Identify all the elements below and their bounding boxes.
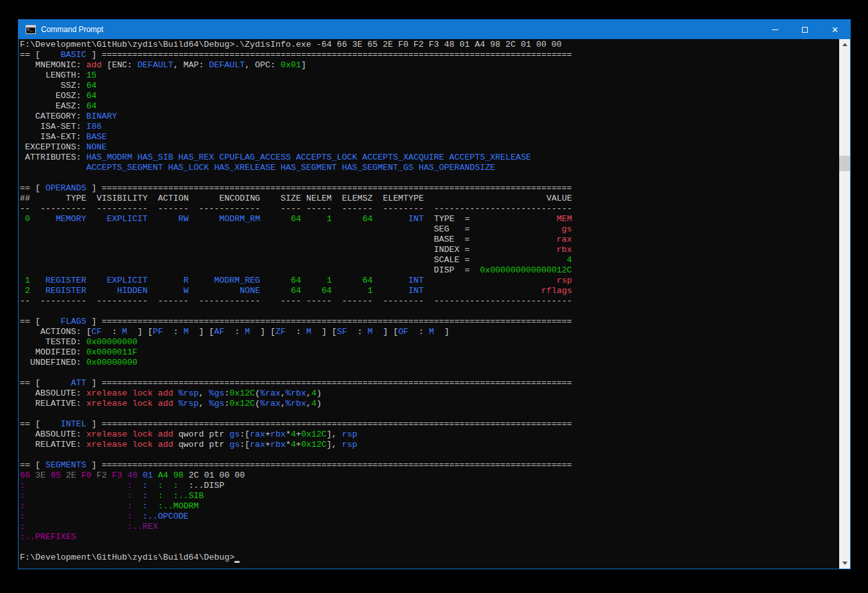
terminal-line: ATTRIBUTES: HAS_MODRM HAS_SIB HAS_REX CP…	[20, 153, 572, 163]
terminal-line	[20, 368, 572, 378]
terminal-line: RELATIVE: xrelease lock add qword ptr gs…	[20, 440, 572, 450]
console[interactable]: F:\Development\GitHub\zydis\Build64\Debu…	[19, 39, 850, 569]
terminal-line: BASE = rax	[20, 235, 572, 245]
terminal-line: : : :..OPCODE	[20, 512, 572, 522]
scroll-down-button[interactable]	[839, 558, 850, 569]
window-controls: ✕	[760, 20, 850, 39]
terminal-line: INDEX = rbx	[20, 245, 572, 255]
terminal-line: == [ SEGMENTS ] ========================…	[20, 460, 572, 471]
terminal-line: == [ ATT ] =============================…	[20, 378, 572, 388]
terminal-line: -- --------- ---------- ------ ---------…	[20, 296, 572, 306]
maximize-icon	[802, 27, 808, 33]
terminal-line: : : : :..MODRM	[20, 501, 572, 512]
terminal-line: DISP = 0x000000000000012C	[20, 265, 572, 276]
terminal-line: EXCEPTIONS: NONE	[20, 142, 572, 153]
terminal-line: == [ BASIC ] ===========================…	[20, 50, 572, 60]
terminal-line: == [ INTEL ] ===========================…	[20, 419, 572, 430]
terminal-line: EASZ: 64	[20, 101, 572, 112]
desktop: { "window": { "title": "Command Prompt",…	[0, 0, 868, 593]
terminal-line: : :..REX	[20, 522, 572, 532]
terminal-line: F:\Development\GitHub\zydis\Build64\Debu…	[20, 553, 572, 563]
terminal-line: ACTIONS: [CF : M ] [PF : M ] [AF : M ] […	[20, 327, 572, 337]
close-icon: ✕	[831, 26, 839, 34]
minimize-button[interactable]	[760, 20, 790, 39]
terminal-line: 1 REGISTER EXPLICIT R MODRM_REG 64 1 64 …	[20, 276, 572, 286]
terminal-line: -- --------- ---------- ------ ---------…	[20, 204, 572, 214]
terminal-line: ISA-EXT: BASE	[20, 132, 572, 142]
cmd-icon[interactable]	[26, 25, 36, 34]
terminal-line: SEG = gs	[20, 224, 572, 235]
minimize-icon	[772, 29, 778, 30]
terminal-line: EOSZ: 64	[20, 91, 572, 101]
terminal-line: == [ OPERANDS ] ========================…	[20, 183, 572, 194]
command-prompt-window: Command Prompt ✕ F:\Development\GitHub\z…	[18, 19, 851, 569]
terminal-line: SCALE = 4	[20, 255, 572, 265]
terminal-line: CATEGORY: BINARY	[20, 112, 572, 122]
terminal-line: : : : : : :..DISP	[20, 481, 572, 491]
title-bar[interactable]: Command Prompt ✕	[19, 20, 850, 39]
terminal-line	[20, 450, 572, 460]
terminal-line: 2 REGISTER HIDDEN W NONE 64 64 1 INT rfl…	[20, 286, 572, 296]
chevron-down-icon	[842, 562, 848, 565]
terminal-line: F:\Development\GitHub\zydis\Build64\Debu…	[20, 40, 572, 50]
terminal-line: ACCEPTS_SEGMENT HAS_LOCK HAS_XRELEASE HA…	[20, 163, 572, 173]
terminal-line: == [ FLAGS ] ===========================…	[20, 317, 572, 327]
close-button[interactable]: ✕	[820, 20, 850, 39]
terminal-line	[20, 409, 572, 419]
terminal-line: LENGTH: 15	[20, 71, 572, 81]
terminal-line: 66 3E 65 2E F0 F2 F3 48 01 A4 98 2C 01 0…	[20, 471, 572, 481]
scroll-up-button[interactable]	[839, 39, 850, 50]
scrollbar-thumb[interactable]	[839, 156, 850, 171]
terminal-line	[20, 542, 572, 553]
terminal-line: UNDEFINED: 0x00000000	[20, 358, 572, 368]
console-output: F:\Development\GitHub\zydis\Build64\Debu…	[20, 40, 572, 563]
text-cursor	[234, 555, 240, 563]
terminal-line: TESTED: 0x00000000	[20, 337, 572, 347]
terminal-line: MODIFIED: 0x0000011F	[20, 347, 572, 358]
terminal-line: SSZ: 64	[20, 81, 572, 91]
terminal-line: RELATIVE: xrelease lock add %rsp, %gs:0x…	[20, 399, 572, 409]
terminal-line	[20, 173, 572, 183]
terminal-line: ABSOLUTE: xrelease lock add %rsp, %gs:0x…	[20, 388, 572, 399]
terminal-line: 0 MEMORY EXPLICIT RW MODRM_RM 64 1 64 IN…	[20, 214, 572, 224]
terminal-line: ISA-SET: I86	[20, 122, 572, 132]
terminal-line: ABSOLUTE: xrelease lock add qword ptr gs…	[20, 430, 572, 440]
terminal-line	[20, 306, 572, 317]
terminal-line: : : : : :..SIB	[20, 491, 572, 501]
terminal-line: :..PREFIXES	[20, 532, 572, 542]
scrollbar-track[interactable]	[839, 39, 850, 569]
terminal-line: ## TYPE VISIBILITY ACTION ENCODING SIZE …	[20, 194, 572, 204]
maximize-button[interactable]	[790, 20, 820, 39]
terminal-line: MNEMONIC: add [ENC: DEFAULT, MAP: DEFAUL…	[20, 60, 572, 71]
window-title: Command Prompt	[41, 25, 760, 34]
chevron-up-icon	[842, 43, 848, 46]
